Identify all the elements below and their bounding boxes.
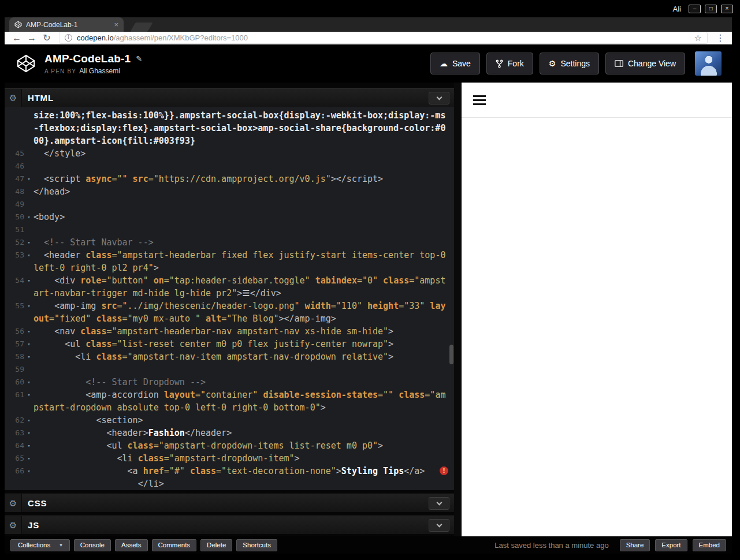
change-view-button[interactable]: Change View xyxy=(605,53,685,74)
code-line[interactable]: 64▾ <ul class="ampstart-dropdown-items l… xyxy=(5,439,454,452)
preview-menu-icon[interactable] xyxy=(473,93,486,107)
code-token: ="ampstart-headerbar-nav ampstart-nav xs… xyxy=(106,326,388,337)
window-maximize-button[interactable]: □ xyxy=(705,5,717,13)
fold-arrow-icon[interactable]: ▾ xyxy=(24,274,34,300)
footer-shortcuts-button[interactable]: Shortcuts xyxy=(236,539,277,551)
html-panel-header[interactable]: ⚙ HTML xyxy=(5,88,454,107)
fold-arrow-icon[interactable]: ▾ xyxy=(24,236,34,249)
js-panel-header[interactable]: ⚙ JS xyxy=(5,516,454,534)
page-info-icon[interactable]: i xyxy=(65,34,72,42)
author-link[interactable]: Ali Ghassemi xyxy=(79,67,120,75)
line-number xyxy=(5,477,24,490)
css-collapse-button[interactable] xyxy=(429,497,449,510)
code-line[interactable]: 61▾ <amp-accordion layout="container" di… xyxy=(5,389,454,414)
collections-dropdown[interactable]: Collections ▾ xyxy=(10,539,70,551)
window-minimize-button[interactable]: – xyxy=(689,5,701,13)
code-line[interactable]: 45 </style> xyxy=(5,147,454,160)
code-line[interactable]: 47▾ <script async="" src="https://cdn.am… xyxy=(5,173,454,185)
code-line[interactable]: 59 xyxy=(5,363,454,376)
fold-arrow-icon[interactable]: ▾ xyxy=(24,249,34,274)
footer-delete-button[interactable]: Delete xyxy=(200,539,232,551)
fold-arrow-icon[interactable]: ▾ xyxy=(24,427,34,439)
lint-error-badge[interactable]: ! xyxy=(440,466,448,475)
code-line[interactable]: 66▾ <a href="#" class="text-decoration-n… xyxy=(5,465,454,477)
user-avatar[interactable] xyxy=(695,51,722,76)
code-line[interactable]: 53▾ <header class="ampstart-headerbar fi… xyxy=(5,249,454,274)
edit-title-icon[interactable]: ✎ xyxy=(136,54,142,63)
fold-arrow-icon[interactable]: ▾ xyxy=(24,325,34,338)
code-token: tabindex xyxy=(315,275,357,286)
settings-button[interactable]: ⚙ Settings xyxy=(540,53,599,74)
code-token: ="110" xyxy=(331,301,367,311)
fold-gutter-spacer xyxy=(24,198,34,211)
code-text: <body> xyxy=(34,211,454,223)
footer-share-button[interactable]: Share xyxy=(620,539,650,551)
code-line[interactable]: 54▾ <div role="button" on="tap:header-si… xyxy=(5,274,454,300)
fold-arrow-icon[interactable]: ▾ xyxy=(24,350,34,363)
js-settings-gear-icon[interactable]: ⚙ xyxy=(5,516,22,534)
tab-close-icon[interactable]: × xyxy=(114,21,118,28)
save-button[interactable]: ☁ Save xyxy=(430,53,480,74)
code-text: </style> xyxy=(34,147,454,160)
code-line[interactable]: </li> xyxy=(5,477,454,490)
browser-menu-icon[interactable]: ⋮ xyxy=(716,32,724,43)
css-panel-header[interactable]: ⚙ CSS xyxy=(5,494,454,512)
fold-arrow-icon[interactable]: ▾ xyxy=(24,389,34,414)
code-line[interactable]: 52▾ <!-- Start Navbar --> xyxy=(5,236,454,249)
new-tab-button[interactable] xyxy=(130,23,153,32)
code-line[interactable]: size:100%;flex-basis:100%}}.ampstart-soc… xyxy=(5,109,454,147)
code-line[interactable]: 48</head> xyxy=(5,185,454,198)
fold-arrow-icon[interactable]: ▾ xyxy=(24,439,34,452)
html-collapse-button[interactable] xyxy=(429,92,449,104)
code-text: size:100%;flex-basis:100%}}.ampstart-soc… xyxy=(34,109,454,147)
js-panel-label: JS xyxy=(28,520,39,530)
bookmark-star-icon[interactable]: ☆ xyxy=(694,33,702,43)
forward-icon[interactable]: → xyxy=(24,33,39,43)
editor-scrollbar-thumb[interactable] xyxy=(449,345,453,364)
fold-arrow-icon[interactable]: ▾ xyxy=(24,414,34,427)
css-settings-gear-icon[interactable]: ⚙ xyxy=(5,494,22,512)
code-line[interactable]: 51 xyxy=(5,223,454,236)
fork-button[interactable]: Fork xyxy=(486,53,533,74)
code-line[interactable]: 55▾ <amp-img src="../img/thescenic/heade… xyxy=(5,300,454,325)
fold-arrow-icon[interactable]: ▾ xyxy=(24,338,34,350)
fold-arrow-icon[interactable]: ▾ xyxy=(24,173,34,185)
code-line[interactable]: 58▾ <li class="ampstart-nav-item ampstar… xyxy=(5,350,454,363)
code-line[interactable]: 62▾ <section> xyxy=(5,414,454,427)
fold-arrow-icon[interactable]: ▾ xyxy=(24,211,34,223)
editor-preview-resizer[interactable] xyxy=(454,83,462,536)
code-token: <section> xyxy=(34,415,143,425)
window-close-button[interactable]: × xyxy=(721,5,733,13)
fold-arrow-icon[interactable]: ▾ xyxy=(24,376,34,389)
fold-arrow-icon[interactable]: ▾ xyxy=(24,300,34,325)
reload-icon[interactable]: ↻ xyxy=(39,32,54,43)
code-line[interactable]: 63▾ <header>Fashion</header> xyxy=(5,427,454,439)
html-settings-gear-icon[interactable]: ⚙ xyxy=(5,89,22,107)
footer-assets-button[interactable]: Assets xyxy=(115,539,148,551)
line-number: 48 xyxy=(5,185,24,198)
url-bar[interactable]: i codepen.io/aghassemi/pen/XMKbGP?editor… xyxy=(59,32,708,44)
code-line[interactable]: 56▾ <nav class="ampstart-headerbar-nav a… xyxy=(5,325,454,338)
code-text: <script async="" src="https://cdn.amppro… xyxy=(34,173,454,185)
code-line[interactable]: 65▾ <li class="ampstart-dropdown-item"> xyxy=(5,452,454,465)
footer-comments-button[interactable]: Comments xyxy=(152,539,197,551)
code-line[interactable]: 57▾ <ul class="list-reset center m0 p0 f… xyxy=(5,338,454,350)
browser-window: AMP-CodeLab-1 × ← → ↻ i codepen.io/aghas… xyxy=(5,17,732,550)
footer-right-button-group: ShareExportEmbed xyxy=(620,539,726,551)
code-line[interactable]: 50▾<body> xyxy=(5,211,454,223)
code-token: ="33" xyxy=(399,301,430,311)
codepen-logo-icon[interactable] xyxy=(16,54,36,73)
code-line[interactable]: 49 xyxy=(5,198,454,211)
js-collapse-button[interactable] xyxy=(429,519,449,532)
fold-arrow-icon[interactable]: ▾ xyxy=(24,452,34,465)
codepen-app: AMP-CodeLab-1 ✎ A PEN BYAli Ghassemi ☁ S… xyxy=(5,44,732,554)
back-icon[interactable]: ← xyxy=(9,33,24,43)
code-area[interactable]: size:100%;flex-basis:100%}}.ampstart-soc… xyxy=(5,107,454,490)
fold-arrow-icon[interactable]: ▾ xyxy=(24,465,34,477)
browser-tab[interactable]: AMP-CodeLab-1 × xyxy=(9,17,124,32)
footer-embed-button[interactable]: Embed xyxy=(693,539,726,551)
code-line[interactable]: 46 xyxy=(5,160,454,173)
footer-console-button[interactable]: Console xyxy=(74,539,111,551)
code-line[interactable]: 60▾ <!-- Start Dropdown --> xyxy=(5,376,454,389)
footer-export-button[interactable]: Export xyxy=(655,539,687,551)
